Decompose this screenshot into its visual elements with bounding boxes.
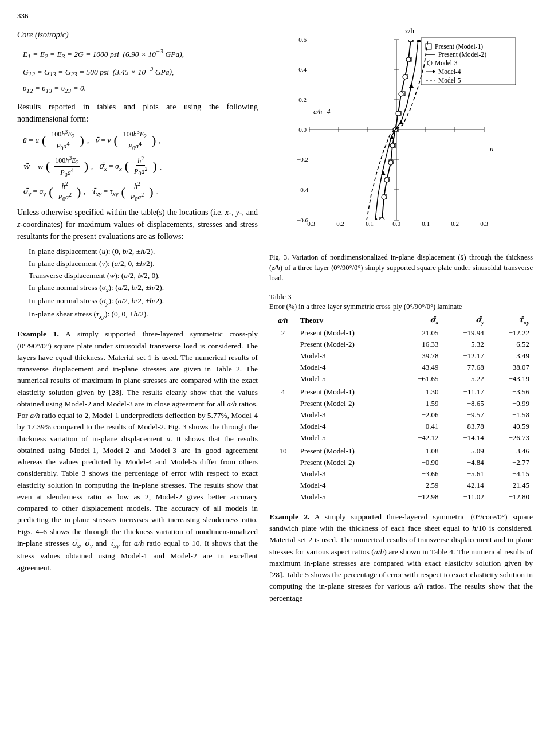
cell-sx: −2.06 — [396, 409, 442, 421]
cell-theory: Model-4 — [297, 421, 396, 432]
cell-theory: Model-3 — [297, 409, 396, 421]
cell-txy: −12.80 — [488, 491, 533, 503]
cell-sx: 39.78 — [396, 350, 442, 362]
table-row: Model-5−42.12−14.14−26.73 — [269, 432, 533, 444]
table-row: Model-5−61.655.22−43.19 — [269, 373, 533, 385]
eq-v12: υ12 = υ13 = υ23 = 0. — [23, 81, 258, 96]
col-sx: σ̄x — [396, 314, 442, 327]
cell-theory: Present (Model-2) — [297, 457, 396, 468]
table-row: Model-443.49−77.68−38.07 — [269, 362, 533, 373]
example1-paragraph: Example 1. A simply supported three-laye… — [17, 328, 258, 574]
cell-sx: −61.65 — [396, 373, 442, 385]
cell-sy: −5.09 — [442, 444, 487, 457]
cell-txy: −21.45 — [488, 480, 533, 491]
table-row: Model-4−2.59−42.14−21.45 — [269, 480, 533, 491]
cell-sy: −8.65 — [442, 398, 487, 409]
col-txy: τ̄xy — [488, 314, 533, 327]
svg-text:ū: ū — [490, 144, 494, 153]
cell-theory: Model-5 — [297, 491, 396, 503]
svg-text:−0.2: −0.2 — [333, 220, 344, 227]
right-column: z/h ū Present (Model-1) Present (Model-2… — [269, 25, 533, 608]
cell-txy: −3.56 — [488, 385, 533, 398]
cell-txy: −12.22 — [488, 327, 533, 339]
svg-text:−0.1: −0.1 — [362, 220, 374, 227]
cell-txy: −0.99 — [488, 398, 533, 409]
loc-sy: In-plane normal stress (σy): (a/2, b/2, … — [29, 295, 258, 308]
fig3-caption: Fig. 3. Variation of nondimensionalized … — [269, 252, 533, 283]
loc-w: Transverse displacement (w): (a/2, b/2, … — [29, 270, 258, 282]
cell-ah — [269, 480, 297, 491]
svg-marker-67 — [381, 171, 386, 175]
cell-ah — [269, 409, 297, 421]
svg-marker-69 — [399, 120, 403, 124]
cell-sx: −3.66 — [396, 468, 442, 480]
cell-ah — [269, 432, 297, 444]
cell-sy: −5.32 — [442, 339, 487, 350]
col-ah: a/h — [269, 314, 297, 327]
cell-sx: −0.90 — [396, 457, 442, 468]
svg-text:Present (Model-1): Present (Model-1) — [435, 43, 483, 50]
cell-theory: Model-4 — [297, 480, 396, 491]
cell-theory: Model-5 — [297, 432, 396, 444]
table-row: Model-3−2.06−9.57−1.58 — [269, 409, 533, 421]
loc-v: In-plane displacement (v): (a/2, 0, ±h/2… — [29, 258, 258, 270]
cell-sx: 21.05 — [396, 327, 442, 339]
svg-point-58 — [388, 160, 393, 165]
eq-E1: E1 = E2 = E3 = 2G = 1000 psi (6.90 × 10−… — [23, 45, 258, 62]
cell-txy: −40.59 — [488, 421, 533, 432]
cell-txy: −43.19 — [488, 373, 533, 385]
locations-list: In-plane displacement (u): (0, b/2, ±h/2… — [17, 246, 258, 322]
svg-point-57 — [384, 178, 389, 182]
cell-theory: Present (Model-2) — [297, 398, 396, 409]
cell-sy: −11.17 — [442, 385, 487, 398]
cell-theory: Model-4 — [297, 362, 396, 373]
table-row: Present (Model-2)16.33−5.32−6.52 — [269, 339, 533, 350]
svg-text:0.2: 0.2 — [451, 220, 459, 227]
cell-ah: 2 — [269, 327, 297, 339]
results-intro: Results reported in tables and plots are… — [17, 101, 258, 125]
svg-point-64 — [406, 57, 411, 62]
loc-txy: In-plane shear stress (τxy): (0, 0, ±h/2… — [29, 308, 258, 322]
cell-txy: −38.07 — [488, 362, 533, 373]
svg-text:0.3: 0.3 — [480, 220, 488, 227]
svg-text:0.0: 0.0 — [392, 220, 400, 227]
table-row: 4Present (Model-1)1.30−11.17−3.56 — [269, 385, 533, 398]
svg-marker-70 — [409, 83, 414, 88]
cell-sx: −42.12 — [396, 432, 442, 444]
cell-txy: −2.77 — [488, 457, 533, 468]
cell-theory: Present (Model-1) — [297, 327, 396, 339]
svg-text:a/h=4: a/h=4 — [313, 108, 330, 116]
cell-ah — [269, 339, 297, 350]
svg-text:0.1: 0.1 — [422, 220, 430, 227]
cell-ah — [269, 491, 297, 503]
svg-text:−0.6: −0.6 — [297, 217, 308, 224]
cell-sy: −11.02 — [442, 491, 487, 503]
cell-ah — [269, 373, 297, 385]
cell-sx: 0.41 — [396, 421, 442, 432]
cell-ah — [269, 362, 297, 373]
svg-text:0.2: 0.2 — [298, 96, 307, 103]
col-theory: Theory — [297, 314, 396, 327]
cell-sx: −1.08 — [396, 444, 442, 457]
svg-point-62 — [399, 92, 403, 96]
svg-text:0.0: 0.0 — [298, 126, 307, 133]
svg-text:Model-4: Model-4 — [438, 68, 461, 75]
cell-txy: −6.52 — [488, 339, 533, 350]
cell-sy: −5.61 — [442, 468, 487, 480]
cell-txy: −1.58 — [488, 409, 533, 421]
loc-sx: In-plane normal stress (σx): (a/2, b/2, … — [29, 282, 258, 295]
page-number: 336 — [17, 11, 533, 21]
table-row: Model-40.41−83.78−40.59 — [269, 421, 533, 432]
cell-sy: −19.94 — [442, 327, 487, 339]
cell-sy: 5.22 — [442, 373, 487, 385]
svg-text:Present (Model-2): Present (Model-2) — [438, 51, 486, 58]
cell-txy: −4.15 — [488, 468, 533, 480]
table-row: Model-3−3.66−5.61−4.15 — [269, 468, 533, 480]
and-word: and — [96, 539, 107, 547]
table-row: Present (Model-2)1.59−8.65−0.99 — [269, 398, 533, 409]
cell-theory: Model-3 — [297, 350, 396, 362]
cell-theory: Present (Model-1) — [297, 444, 396, 457]
cell-theory: Present (Model-1) — [297, 385, 396, 398]
svg-point-63 — [403, 75, 407, 79]
cell-sx: 16.33 — [396, 339, 442, 350]
